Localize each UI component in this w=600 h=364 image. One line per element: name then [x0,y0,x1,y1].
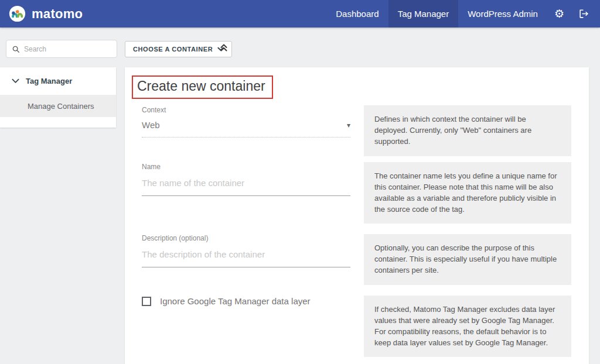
brand-name: matomo [32,6,83,22]
sidebar-item-manage-containers[interactable]: Manage Containers [0,95,116,117]
sidebar-header-label: Tag Manager [26,77,72,85]
nav-item-dashboard[interactable]: Dashboard [326,0,388,28]
search-box[interactable] [6,40,117,58]
title-annotation-box: Create new container [132,75,273,99]
context-select[interactable]: Web ▾ [142,120,350,138]
nav-item-tag-manager[interactable]: Tag Manager [388,0,459,28]
description-input[interactable] [142,246,350,267]
sidebar: Tag Manager Manage Containers [0,67,116,128]
gear-icon: ⚙ [554,8,564,19]
chevron-down-icon [12,78,19,84]
context-label: Context [142,106,350,114]
choose-container-button[interactable]: CHOOSE A CONTAINER [125,41,232,57]
context-field-group: Context Web ▾ [142,106,350,138]
ignore-gtm-datalayer-checkbox-row[interactable]: Ignore Google Tag Manager data layer [142,296,350,306]
name-field-group: Name [142,163,350,196]
ignore-gtm-datalayer-label: Ignore Google Tag Manager data layer [160,296,311,306]
gtm-datalayer-help-text: If checked, Matomo Tag Manager excludes … [364,296,571,357]
sidebar-footer [0,117,116,128]
top-navbar: matomo Dashboard Tag Manager WordPress A… [0,0,600,28]
name-input[interactable] [142,174,350,196]
search-icon [12,45,20,53]
double-chevron-up-icon [219,42,229,53]
choose-container-label: CHOOSE A CONTAINER [133,46,213,53]
create-container-panel: Create new container Context Web ▾ Defin… [125,67,589,364]
description-label: Description (optional) [142,234,350,242]
page-title: Create new container [137,78,265,94]
nav-item-wordpress-admin[interactable]: WordPress Admin [458,0,547,28]
nav-menu: Dashboard Tag Manager WordPress Admin ⚙ [326,0,600,28]
sidebar-item-tag-manager[interactable]: Tag Manager [0,67,116,95]
name-label: Name [142,163,350,171]
description-help-text: Optionally, you can describe the purpose… [364,234,571,285]
context-help-text: Defines in which context the container w… [364,105,571,156]
checkbox-unchecked-icon[interactable] [142,297,151,306]
context-select-value: Web [142,120,160,130]
description-field-group: Description (optional) [142,234,350,267]
logout-icon [578,8,589,19]
gtm-datalayer-field-group: Ignore Google Tag Manager data layer [142,296,350,306]
settings-button[interactable]: ⚙ [547,0,571,28]
caret-down-icon: ▾ [347,121,350,129]
matomo-brand[interactable]: matomo [0,4,83,23]
logout-button[interactable] [571,0,596,28]
name-help-text: The container name lets you define a uni… [364,162,571,224]
search-input[interactable] [24,45,111,53]
matomo-logo-icon [8,4,27,23]
collapse-button[interactable] [219,42,229,53]
